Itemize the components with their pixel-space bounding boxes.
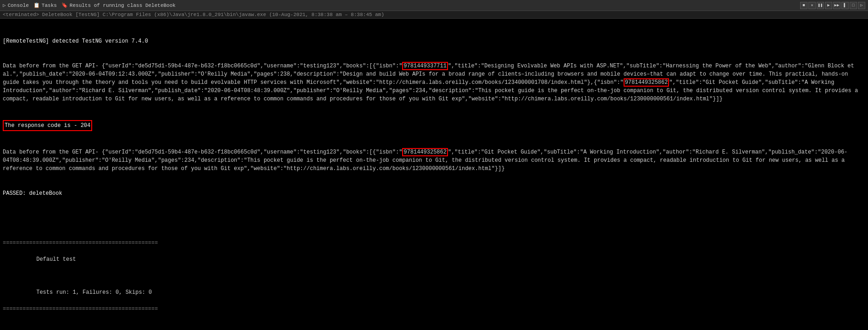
window-btn[interactable]: □ [850, 2, 857, 9]
isbn1-highlight: 9781449337711 [402, 62, 448, 70]
tab-results-label[interactable]: Results of running class DeleteBook [70, 3, 176, 8]
terminated-text: <terminated> DeleteBook [TestNG] C:\Prog… [3, 12, 384, 17]
tab-bar: ▷ Console 📋 Tasks 🔖 Results of running c… [3, 2, 800, 8]
console-icon: ▷ [3, 2, 6, 8]
tab-results[interactable]: 🔖 Results of running class DeleteBook [61, 2, 176, 8]
tab-tasks-label[interactable]: Tasks [42, 3, 57, 8]
pause-btn[interactable]: ❚❚ [817, 2, 824, 9]
run-btn[interactable]: ▶ [825, 2, 832, 9]
tab-tasks[interactable]: 📋 Tasks [33, 2, 57, 8]
stop-btn[interactable]: ■ [800, 2, 807, 9]
close-btn[interactable]: ✕ [808, 2, 816, 9]
tab-console-label[interactable]: Console [8, 3, 29, 8]
separator1: ========================================… [3, 239, 865, 247]
tasks-icon: 📋 [33, 2, 40, 8]
run-all-btn[interactable]: ▶▶ [833, 2, 840, 9]
terminated-bar: <terminated> DeleteBook [TestNG] C:\Prog… [0, 11, 868, 19]
console-output: [RemoteTestNG] detected TestNG version 7… [0, 19, 868, 330]
step-btn[interactable]: ▌ [841, 2, 849, 9]
top-bar: ▷ Console 📋 Tasks 🔖 Results of running c… [0, 0, 868, 11]
response-code-line: The response code is - 204 [3, 120, 92, 131]
data-before-line-1: Data before from the GET API- {"userId":… [3, 62, 865, 103]
default-test-label: Default test [23, 256, 76, 263]
isbn3-highlight: 9781449325862 [402, 148, 448, 156]
remote-testng-line: [RemoteTestNG] detected TestNG version 7… [3, 37, 865, 45]
tab-console[interactable]: ▷ Console [3, 2, 29, 8]
next-btn[interactable]: ▷ [858, 2, 865, 9]
separator2: ========================================… [3, 305, 865, 313]
passed-line: PASSED: deleteBook [3, 189, 865, 198]
results-icon: 🔖 [61, 2, 68, 8]
toolbar-controls: ■ ✕ ❚❚ ▶ ▶▶ ▌ □ ▷ [800, 2, 865, 9]
data-before-line-2: Data before from the GET API- {"userId":… [3, 148, 865, 173]
isbn2-highlight: 9781449325862 [624, 78, 669, 87]
tests-run-label: Tests run: 1, Failures: 0, Skips: 0 [23, 289, 152, 296]
